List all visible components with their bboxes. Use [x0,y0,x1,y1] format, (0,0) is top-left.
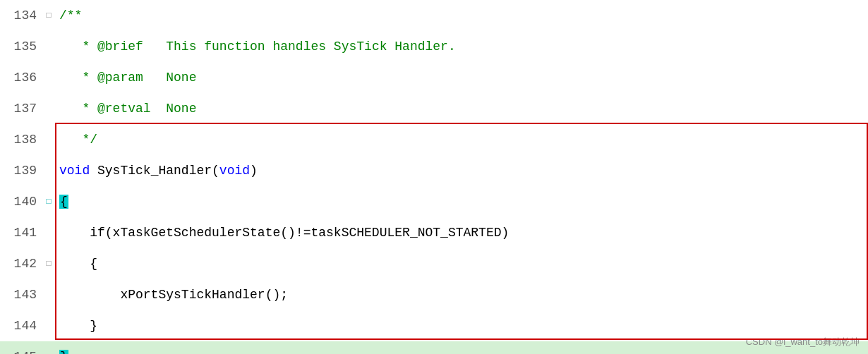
code-line-138: 138 */ [0,124,868,155]
line-number-136: 136 [0,62,42,93]
line-content-134: /** [55,0,868,31]
line-content-143: xPortSysTickHandler(); [55,279,868,310]
fold-spacer-143 [42,279,55,310]
line-number-144: 144 [0,310,42,341]
code-line-144: 144 } [0,310,868,341]
code-line-137: 137 * @retval None [0,93,868,124]
line-number-143: 143 [0,279,42,310]
watermark: CSDN @i_want_to舞动乾坤 [746,336,860,348]
code-line-141: 141 if(xTaskGetSchedulerState()!=taskSCH… [0,217,868,248]
fold-spacer-135 [42,31,55,62]
line-number-141: 141 [0,217,42,248]
fold-spacer-136 [42,62,55,93]
code-line-134: 134 □ /** [0,0,868,31]
fold-spacer-141 [42,217,55,248]
line-number-140: 140 [0,186,42,217]
line-content-136: * @param None [55,62,868,93]
code-editor: 134 □ /** 135 * @brief This function han… [0,0,868,354]
line-content-137: * @retval None [55,93,868,124]
fold-spacer-144 [42,310,55,341]
line-content-140: { [55,186,868,217]
fold-spacer-139 [42,155,55,186]
line-number-134: 134 [0,0,42,31]
fold-icon-142[interactable]: □ [42,248,55,279]
line-content-135: * @brief This function handles SysTick H… [55,31,868,62]
code-line-139: 139 void SysTick_Handler(void) [0,155,868,186]
code-line-142: 142 □ { [0,248,868,279]
line-content-139: void SysTick_Handler(void) [55,155,868,186]
code-line-143: 143 xPortSysTickHandler(); [0,279,868,310]
line-number-137: 137 [0,93,42,124]
code-line-140: 140 □ { [0,186,868,217]
fold-spacer-138 [42,124,55,155]
line-content-141: if(xTaskGetSchedulerState()!=taskSCHEDUL… [55,217,868,248]
line-number-139: 139 [0,155,42,186]
line-number-138: 138 [0,124,42,155]
line-content-142: { [55,248,868,279]
code-line-145: 145 } [0,341,868,354]
fold-icon-134[interactable]: □ [42,0,55,31]
line-number-142: 142 [0,248,42,279]
fold-spacer-145 [42,341,55,354]
fold-icon-140[interactable]: □ [42,186,55,217]
line-content-138: */ [55,124,868,155]
code-line-135: 135 * @brief This function handles SysTi… [0,31,868,62]
line-number-135: 135 [0,31,42,62]
code-line-136: 136 * @param None [0,62,868,93]
fold-spacer-137 [42,93,55,124]
line-number-145: 145 [0,341,42,354]
